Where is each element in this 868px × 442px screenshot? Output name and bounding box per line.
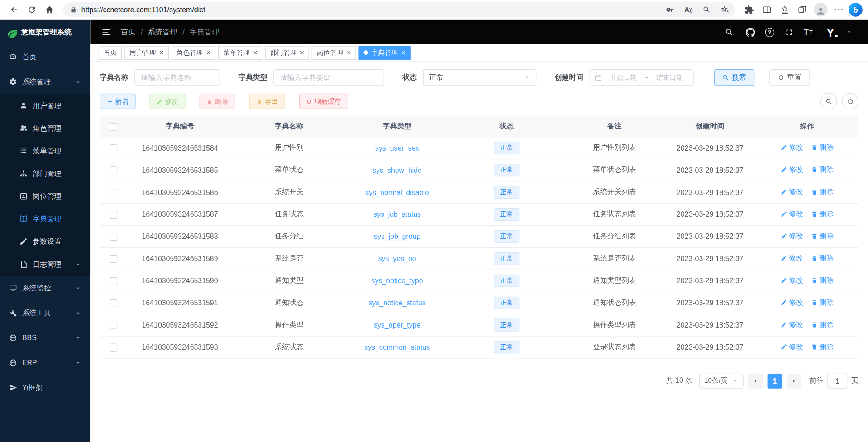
- help-icon[interactable]: ?: [765, 28, 774, 37]
- row-delete-button[interactable]: 删除: [811, 231, 834, 241]
- next-page-button[interactable]: [787, 373, 801, 388]
- tab-首页[interactable]: 首页: [99, 46, 122, 60]
- select-all-checkbox[interactable]: [110, 123, 117, 130]
- user-avatar-logo[interactable]: Y: [826, 26, 837, 38]
- dict-type-link[interactable]: sys_normal_disable: [365, 188, 429, 196]
- breadcrumb-item-system[interactable]: 系统管理: [148, 27, 177, 37]
- tab-部门管理[interactable]: 部门管理×: [265, 46, 309, 60]
- tab-字典管理[interactable]: 字典管理×: [359, 46, 410, 60]
- row-edit-button[interactable]: 修改: [781, 165, 803, 175]
- dict-type-link[interactable]: sys_oper_type: [374, 321, 420, 329]
- browser-back-button[interactable]: [5, 1, 22, 18]
- url-text[interactable]: https://ccnetcore.com:1101/system/dict: [81, 5, 659, 14]
- tab-close-icon[interactable]: ×: [347, 49, 351, 56]
- tab-角色管理[interactable]: 角色管理×: [172, 46, 215, 60]
- delete-button[interactable]: 删除: [199, 94, 235, 109]
- sidebar-item-系统监控[interactable]: 系统监控: [0, 276, 90, 300]
- row-edit-button[interactable]: 修改: [781, 298, 803, 308]
- dict-type-link[interactable]: sys_job_status: [373, 210, 421, 218]
- split-screen-icon[interactable]: [758, 1, 775, 18]
- bing-icon[interactable]: b: [849, 3, 863, 17]
- password-key-icon[interactable]: [663, 3, 677, 17]
- sidebar-item-Yi框架[interactable]: Yi框架: [0, 375, 90, 400]
- dict-type-link[interactable]: sys_job_group: [374, 232, 420, 240]
- sidebar-toggle-button[interactable]: [101, 27, 111, 37]
- read-aloud-icon[interactable]: A)): [682, 3, 696, 17]
- start-date-placeholder[interactable]: 开始日期: [605, 73, 643, 82]
- browser-profile-avatar[interactable]: [814, 3, 828, 17]
- sidebar-item-ERP[interactable]: ERP: [0, 350, 90, 375]
- browser-refresh-button[interactable]: [23, 1, 40, 18]
- sidebar-item-参数设置[interactable]: 参数设置: [0, 230, 90, 253]
- sidebar-item-BBS[interactable]: BBS: [0, 325, 90, 350]
- dict-type-link[interactable]: sys_yes_no: [378, 254, 416, 262]
- refresh-cache-button[interactable]: 刷新缓存: [299, 94, 348, 109]
- sidebar-item-字典管理[interactable]: 字典管理: [0, 208, 90, 230]
- row-checkbox[interactable]: [110, 233, 117, 241]
- tab-close-icon[interactable]: ×: [253, 49, 257, 56]
- row-checkbox[interactable]: [110, 211, 117, 219]
- row-checkbox[interactable]: [110, 343, 117, 351]
- sidebar-item-日志管理[interactable]: 日志管理: [0, 253, 90, 276]
- sidebar-item-部门管理[interactable]: 部门管理: [0, 162, 90, 185]
- dict-type-link[interactable]: sys_notice_type: [372, 276, 423, 285]
- header-search-icon[interactable]: [723, 26, 735, 38]
- row-delete-button[interactable]: 删除: [811, 298, 834, 308]
- row-delete-button[interactable]: 删除: [811, 209, 834, 219]
- sidebar-item-用户管理[interactable]: 用户管理: [0, 94, 90, 117]
- row-delete-button[interactable]: 删除: [811, 187, 834, 197]
- add-button[interactable]: 新增: [100, 94, 136, 109]
- row-checkbox[interactable]: [110, 144, 117, 152]
- dict-type-link[interactable]: sys_notice_status: [368, 299, 425, 307]
- tab-菜单管理[interactable]: 菜单管理×: [218, 46, 262, 60]
- row-edit-button[interactable]: 修改: [781, 187, 803, 197]
- dict-name-input[interactable]: [134, 69, 220, 86]
- dict-type-input[interactable]: [273, 69, 384, 86]
- search-button[interactable]: 搜索: [714, 69, 754, 86]
- date-range-picker[interactable]: 开始日期 - 结束日期: [590, 69, 694, 86]
- sidebar-item-系统工具[interactable]: 系统工具: [0, 300, 90, 325]
- zoom-out-icon[interactable]: [700, 3, 714, 17]
- extensions-icon[interactable]: [741, 1, 758, 18]
- row-edit-button[interactable]: 修改: [781, 209, 803, 219]
- status-select[interactable]: 正常: [423, 69, 537, 86]
- dict-type-link[interactable]: sys_show_hide: [372, 166, 422, 174]
- row-delete-button[interactable]: 删除: [811, 276, 834, 285]
- row-edit-button[interactable]: 修改: [781, 342, 803, 352]
- address-bar[interactable]: https://ccnetcore.com:1101/system/dict A…: [63, 2, 735, 17]
- row-checkbox[interactable]: [110, 321, 117, 329]
- add-favorite-star-icon[interactable]: [718, 3, 732, 17]
- edit-button[interactable]: 修改: [149, 94, 186, 109]
- row-edit-button[interactable]: 修改: [781, 320, 803, 330]
- row-delete-button[interactable]: 删除: [811, 143, 834, 153]
- row-checkbox[interactable]: [110, 255, 117, 263]
- export-button[interactable]: 导出: [249, 94, 285, 109]
- tab-close-icon[interactable]: ×: [401, 49, 405, 56]
- row-delete-button[interactable]: 删除: [811, 165, 834, 175]
- sidebar-item-角色管理[interactable]: 角色管理: [0, 117, 90, 139]
- favorites-bar-icon[interactable]: [776, 1, 793, 18]
- sidebar-item-岗位管理[interactable]: 岗位管理: [0, 185, 90, 208]
- row-checkbox[interactable]: [110, 277, 117, 285]
- row-delete-button[interactable]: 删除: [811, 320, 834, 330]
- row-delete-button[interactable]: 删除: [811, 253, 834, 263]
- toggle-search-button[interactable]: [820, 93, 837, 109]
- tab-岗位管理[interactable]: 岗位管理×: [312, 46, 356, 60]
- row-edit-button[interactable]: 修改: [781, 231, 803, 241]
- dict-type-link[interactable]: sys_common_status: [364, 343, 430, 351]
- tab-用户管理[interactable]: 用户管理×: [124, 46, 168, 60]
- row-edit-button[interactable]: 修改: [781, 143, 803, 153]
- fullscreen-icon[interactable]: [782, 26, 795, 38]
- sidebar-item-菜单管理[interactable]: 菜单管理: [0, 139, 90, 162]
- end-date-placeholder[interactable]: 结束日期: [650, 73, 688, 82]
- breadcrumb-item-home[interactable]: 首页: [121, 27, 136, 37]
- tab-close-icon[interactable]: ×: [206, 49, 210, 56]
- sidebar-item-首页[interactable]: 首页: [0, 44, 90, 69]
- row-checkbox[interactable]: [110, 189, 117, 196]
- font-size-icon[interactable]: TT: [804, 26, 813, 38]
- row-edit-button[interactable]: 修改: [781, 253, 803, 263]
- tab-close-icon[interactable]: ×: [159, 49, 163, 56]
- github-icon[interactable]: [744, 26, 757, 38]
- browser-menu-icon[interactable]: ···: [831, 1, 848, 18]
- page-number-button[interactable]: 1: [767, 373, 782, 388]
